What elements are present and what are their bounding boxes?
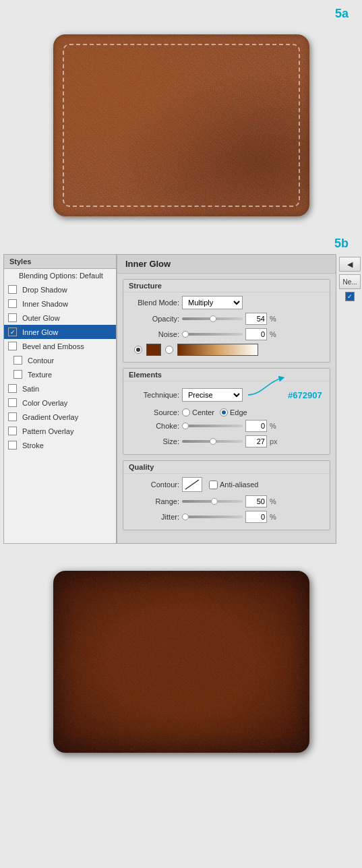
color-overlay-label: Color Overlay	[22, 399, 67, 407]
choke-slider[interactable]	[182, 425, 243, 427]
anti-aliased-text: Anti-aliased	[220, 480, 258, 489]
source-center-label[interactable]: Center	[182, 408, 214, 416]
styles-panel-header: Styles	[4, 255, 116, 269]
range-unit: %	[270, 497, 280, 505]
noise-input[interactable]	[245, 328, 267, 340]
size-label: Size:	[129, 437, 179, 445]
settings-panel: Inner Glow Structure Blend Mode: Multipl…	[117, 254, 336, 544]
contour-thumbnail[interactable]	[182, 477, 202, 492]
anti-aliased-label[interactable]: Anti-aliased	[209, 480, 258, 489]
color-swatch-dark[interactable]	[146, 344, 161, 356]
range-slider[interactable]	[182, 500, 243, 503]
opacity-unit: %	[270, 315, 280, 323]
outer-glow-checkbox[interactable]	[8, 313, 17, 322]
style-item-color-overlay[interactable]: Color Overlay	[4, 396, 116, 410]
color-overlay-checkbox[interactable]	[8, 398, 17, 407]
color-radio-2[interactable]	[165, 346, 173, 354]
contour-row: Contour: Anti-aliased	[129, 477, 324, 492]
new-button-label: Ne...	[342, 278, 357, 286]
style-item-outer-glow[interactable]: Outer Glow	[4, 311, 116, 325]
anti-aliased-checkbox[interactable]	[209, 480, 218, 489]
noise-unit: %	[270, 330, 280, 338]
source-row: Source: Center Edge	[129, 408, 324, 416]
source-center-radio[interactable]	[182, 408, 190, 416]
inner-glow-checkbox[interactable]: ✓	[8, 328, 17, 336]
leather-card-2	[53, 571, 309, 753]
contour-label-text: Contour:	[129, 480, 179, 489]
source-center-text: Center	[192, 408, 214, 416]
range-row: Range: %	[129, 495, 324, 507]
styles-panel: Styles Blending Options: Default Drop Sh…	[3, 254, 117, 544]
jitter-row: Jitter: %	[129, 511, 324, 523]
style-item-bevel-emboss[interactable]: Bevel and Emboss	[4, 339, 116, 353]
size-slider[interactable]	[182, 440, 243, 443]
stroke-checkbox[interactable]	[8, 441, 17, 450]
blending-label: Blending Options: Default	[19, 272, 103, 280]
style-item-blending[interactable]: Blending Options: Default	[4, 269, 116, 282]
color-radio-1[interactable]	[134, 346, 142, 354]
contour-label: Contour	[28, 356, 54, 365]
texture-label: Texture	[28, 371, 52, 379]
style-item-inner-glow[interactable]: ✓ Inner Glow	[4, 325, 116, 339]
noise-slider[interactable]	[182, 333, 243, 336]
leather-card-area-1	[0, 21, 362, 237]
style-item-texture[interactable]: Texture	[4, 367, 116, 381]
stroke-label: Stroke	[22, 441, 44, 450]
gradient-overlay-checkbox[interactable]	[8, 412, 17, 421]
jitter-input[interactable]	[245, 511, 267, 523]
right-buttons: ◀ Ne... ✓	[338, 254, 362, 544]
label-5a: 5a	[335, 7, 349, 21]
size-input[interactable]	[245, 435, 267, 447]
pattern-overlay-checkbox[interactable]	[8, 427, 17, 435]
inner-glow-label: Inner Glow	[22, 328, 58, 336]
new-button[interactable]: Ne...	[339, 274, 361, 289]
outer-glow-label: Outer Glow	[22, 314, 60, 322]
source-edge-label[interactable]: Edge	[220, 408, 247, 416]
choke-unit: %	[270, 422, 280, 430]
blend-mode-dropdown[interactable]: Multiply	[182, 296, 243, 309]
bevel-emboss-label: Bevel and Emboss	[22, 342, 84, 350]
style-item-gradient-overlay[interactable]: Gradient Overlay	[4, 410, 116, 424]
style-item-drop-shadow[interactable]: Drop Shadow	[4, 282, 116, 297]
pattern-overlay-label: Pattern Overlay	[22, 427, 73, 435]
opacity-input[interactable]	[245, 313, 267, 325]
opacity-label: Opacity:	[129, 315, 179, 323]
drop-shadow-label: Drop Shadow	[22, 286, 67, 294]
bevel-emboss-checkbox[interactable]	[8, 342, 17, 350]
preview-checkbox[interactable]: ✓	[345, 292, 355, 301]
contour-checkbox[interactable]	[13, 356, 22, 365]
satin-checkbox[interactable]	[8, 384, 17, 393]
leather-card-area-2	[0, 551, 362, 766]
blend-mode-row: Blend Mode: Multiply	[129, 296, 324, 309]
technique-label: Technique:	[129, 391, 179, 399]
choke-input[interactable]	[245, 420, 267, 432]
source-edge-radio[interactable]	[220, 408, 228, 416]
jitter-unit: %	[270, 513, 280, 521]
source-edge-text: Edge	[230, 408, 247, 416]
blend-mode-label: Blend Mode:	[129, 299, 179, 307]
style-item-stroke[interactable]: Stroke	[4, 438, 116, 452]
elements-label: Elements	[123, 369, 330, 381]
style-item-satin[interactable]: Satin	[4, 381, 116, 396]
quality-label: Quality	[123, 461, 330, 474]
jitter-slider[interactable]	[182, 516, 243, 518]
texture-checkbox[interactable]	[13, 370, 22, 379]
choke-row: Choke: %	[129, 420, 324, 432]
choke-label: Choke:	[129, 422, 179, 430]
drop-shadow-checkbox[interactable]	[8, 285, 17, 294]
settings-title: Inner Glow	[117, 255, 336, 274]
range-input[interactable]	[245, 495, 267, 507]
color-annotation-text: #672907	[288, 390, 322, 400]
gradient-swatch[interactable]	[177, 344, 258, 356]
style-item-contour[interactable]: Contour	[4, 353, 116, 367]
technique-dropdown[interactable]: Precise	[182, 388, 243, 402]
size-row: Size: px	[129, 435, 324, 447]
inner-shadow-checkbox[interactable]	[8, 299, 17, 308]
leather-card-1	[53, 34, 309, 216]
annotation-arrow	[248, 385, 289, 405]
label-5b: 5b	[334, 237, 349, 251]
style-item-inner-shadow[interactable]: Inner Shadow	[4, 297, 116, 311]
panel-collapse-btn[interactable]: ◀	[339, 257, 361, 272]
opacity-slider[interactable]	[182, 317, 243, 320]
style-item-pattern-overlay[interactable]: Pattern Overlay	[4, 424, 116, 438]
